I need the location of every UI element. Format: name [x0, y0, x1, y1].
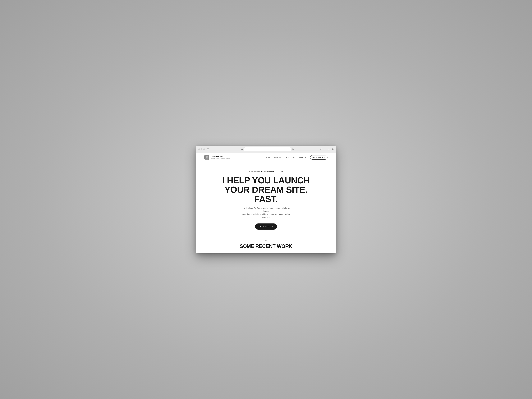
- hero-headline: I HELP YOU LAUNCH YOUR DREAM SITE. FAST.: [217, 176, 315, 204]
- avatar: [204, 155, 209, 160]
- hero-subtext-line1: Hey! I'm Luca Da Corte, and I'm on a mis…: [241, 207, 290, 212]
- hero-section: ◆ Verified as a Top Independent on contr…: [196, 162, 336, 235]
- browser-controls: ‹ ›: [207, 148, 215, 151]
- forward-button[interactable]: ›: [213, 148, 215, 151]
- nav-link-about[interactable]: About Me: [298, 156, 306, 158]
- refresh-button[interactable]: ↻: [292, 148, 294, 150]
- shield-icon: ⊕: [241, 148, 243, 150]
- hero-headline-line2: YOUR DREAM SITE. FAST.: [224, 185, 307, 204]
- logo-subtitle: Web designer & Framer Expert: [211, 158, 230, 159]
- traffic-lights: [198, 148, 205, 150]
- hero-cta-arrow: →: [271, 225, 273, 228]
- badge-prefix: Verified as a: [251, 171, 260, 172]
- logo-area: Luca Da Corte Web designer & Framer Expe…: [204, 155, 230, 160]
- traffic-light-close[interactable]: [198, 148, 200, 150]
- badge-bold: Top Independent: [261, 171, 274, 172]
- hero-cta-label: Get In Touch: [259, 225, 270, 228]
- svg-point-1: [206, 156, 208, 158]
- address-bar-area: ⊕ ↻: [217, 147, 318, 151]
- recent-work-section: SOME RECENT WORK: [196, 243, 336, 253]
- address-input[interactable]: [244, 147, 291, 151]
- site-nav: Luca Da Corte Web designer & Framer Expe…: [196, 153, 336, 162]
- diamond-icon: ◆: [249, 170, 250, 172]
- nav-link-work[interactable]: Work: [266, 156, 270, 158]
- hero-subtext-line2: your dream website quickly, without ever…: [242, 213, 290, 218]
- browser-window: ‹ › ⊕ ↻ ⊙ ⬆ ＋ ⧉: [196, 146, 336, 253]
- section-divider: ⬡: [196, 235, 336, 243]
- traffic-light-maximize[interactable]: [203, 148, 205, 150]
- verified-badge: ◆ Verified as a Top Independent on contr…: [249, 170, 283, 172]
- avatar-image: [204, 155, 209, 160]
- nav-cta-label: Get In Touch: [313, 156, 323, 158]
- divider-icon: ⬡: [265, 239, 267, 241]
- nav-cta-arrow: →: [323, 156, 325, 158]
- tabs-button[interactable]: ⧉: [332, 148, 334, 151]
- website-content: Luca Da Corte Web designer & Framer Expe…: [196, 153, 336, 253]
- bookmarks-button[interactable]: ⊙: [320, 148, 322, 151]
- contra-brand: contra: [278, 170, 283, 172]
- section-title: SOME RECENT WORK: [204, 243, 328, 249]
- hero-headline-line1: I HELP YOU LAUNCH: [222, 175, 310, 185]
- back-button[interactable]: ‹: [210, 148, 212, 151]
- divider-line-right: [268, 240, 276, 240]
- nav-link-testimonials[interactable]: Testimonials: [285, 156, 295, 158]
- nav-links: Work Services Testimonials About Me Get …: [266, 155, 328, 160]
- divider-line-left: [256, 240, 264, 240]
- hero-cta-button[interactable]: Get In Touch →: [255, 223, 277, 230]
- nav-cta-button[interactable]: Get In Touch →: [310, 155, 328, 160]
- sidebar-toggle-button[interactable]: [207, 148, 209, 150]
- traffic-light-minimize[interactable]: [201, 148, 203, 150]
- new-tab-button[interactable]: ＋: [328, 147, 330, 151]
- logo-name: Luca Da Corte: [211, 156, 230, 158]
- logo-text: Luca Da Corte Web designer & Framer Expe…: [211, 156, 230, 159]
- browser-actions: ⊙ ⬆ ＋ ⧉: [320, 147, 334, 151]
- share-button[interactable]: ⬆: [324, 148, 326, 151]
- nav-link-services[interactable]: Services: [274, 156, 281, 158]
- badge-suffix: on: [275, 171, 277, 172]
- hero-subtext: Hey! I'm Luca Da Corte, and I'm on a mis…: [241, 207, 291, 219]
- browser-chrome: ‹ › ⊕ ↻ ⊙ ⬆ ＋ ⧉: [196, 146, 336, 153]
